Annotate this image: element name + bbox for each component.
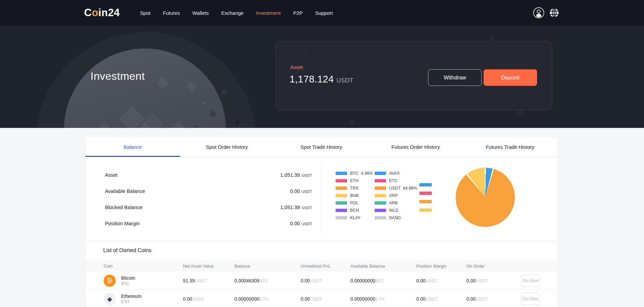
legend-swatch — [336, 201, 347, 205]
owned-coins-header: List of Owned Coins — [85, 240, 557, 261]
tab[interactable]: Futures Trade History — [463, 137, 557, 157]
coin-icon: ₿ — [104, 275, 116, 287]
balance-section: Asset 1,051.39USDT Available Balance 0.0… — [85, 157, 557, 240]
unrealized-pnl-cell: 0.00USDT — [301, 278, 350, 284]
hero-banner: Investment Asset 1,178.124USDT Withdraw … — [0, 26, 644, 128]
topbar-icons — [533, 7, 559, 19]
go-now-button[interactable]: Go Now — [521, 293, 540, 305]
asset-legend: BTC 4.36% ETH TRX — [336, 171, 414, 220]
legend-swatch — [336, 179, 347, 182]
on-order-cell: 0.00USDT — [466, 296, 521, 302]
column-header: Net Asset Value — [183, 264, 234, 269]
net-asset-value-cell: 51.39USDT — [183, 278, 234, 284]
nav-item[interactable]: P2P — [293, 10, 303, 16]
legend-label: USDT — [389, 186, 401, 191]
tab[interactable]: Spot Trade History — [274, 137, 369, 157]
legend-item: ETH — [336, 178, 375, 183]
mini-legend-bar — [419, 200, 432, 203]
mini-legend — [419, 183, 432, 212]
net-asset-value-cell: 0.00USDT — [183, 296, 234, 302]
legend-swatch — [336, 209, 347, 212]
logo-coin-o-icon: o — [92, 7, 98, 19]
user-icon[interactable] — [533, 7, 544, 19]
asset-card-value: 1,178.124USDT — [290, 74, 353, 85]
nav-item[interactable]: Investment — [256, 10, 280, 16]
legend-label: ARB — [389, 201, 398, 205]
legend-swatch — [375, 172, 386, 175]
logo-rest: in24 — [98, 7, 120, 19]
mini-legend-bar — [419, 183, 432, 186]
balance-row-value: 0.00USDT — [290, 188, 312, 194]
mini-legend-bar — [419, 208, 432, 212]
coin-icon: ◆ — [104, 293, 116, 305]
legend-label: BNB — [350, 193, 359, 198]
coin-name: Ethereum — [121, 294, 142, 299]
legend-label: WLD — [389, 208, 399, 213]
coin-names: Ethereum ETH — [121, 294, 142, 304]
tab[interactable]: Futures Order History — [369, 137, 463, 157]
table-row: ₿ Bitcoin BTC 51.39USDT 0.00046309BTC 0.… — [85, 272, 557, 290]
balance-row-label: Blocked Balance — [105, 204, 143, 210]
balance-rows: Asset 1,051.39USDT Available Balance 0.0… — [105, 169, 312, 229]
legend-percent: 4.36% — [361, 171, 373, 176]
legend-label: TRX — [350, 186, 358, 191]
globe-icon[interactable] — [550, 8, 559, 18]
deposit-button[interactable]: Deposit — [484, 69, 537, 86]
mini-legend-bar — [419, 192, 432, 195]
tab[interactable]: Balance — [85, 137, 180, 157]
legend-item: ETC — [375, 178, 414, 183]
legend-label: BCH — [350, 208, 359, 213]
asset-card-label: Asset — [290, 64, 303, 70]
balance-row: Blocked Balance 1,051.39USDT — [105, 201, 312, 213]
nav-item[interactable]: Futures — [163, 10, 180, 16]
brand-logo[interactable]: Coin24 — [84, 7, 120, 19]
go-now-button[interactable]: Go Now — [521, 275, 540, 287]
legend-label: SAND — [389, 215, 401, 220]
coin-cell: ₿ Bitcoin BTC — [104, 275, 183, 287]
balance-row: Position Margin 0.00USDT — [105, 217, 312, 229]
legend-item: XRP — [375, 193, 414, 198]
position-margin-cell: 0.00USDT — [416, 296, 466, 302]
legend-percent: 84.88% — [403, 186, 417, 191]
nav-item[interactable]: Wallets — [192, 10, 209, 16]
coin-symbol: BTC — [121, 281, 135, 286]
coin-names: Bitcoin BTC — [121, 275, 135, 286]
available-balance-cell: 0.00000000ETH — [350, 296, 416, 302]
legend-column-1: BTC 4.36% ETH TRX — [336, 171, 375, 220]
nav-item[interactable]: Exchange — [221, 10, 244, 16]
column-header: On Order — [466, 264, 521, 269]
asset-unit: USDT — [337, 77, 353, 84]
balance-cell: 0.00000000ETH — [234, 296, 301, 302]
legend-item: POL — [336, 201, 375, 205]
legend-label: ETH — [350, 178, 358, 183]
unrealized-pnl-cell: 0.00USDT — [301, 296, 350, 302]
legend-item: BNB — [336, 193, 375, 198]
balance-row-value: 1,051.39USDT — [280, 204, 312, 210]
withdraw-button[interactable]: Withdraw — [428, 69, 482, 86]
on-order-cell: 0.00USDT — [466, 278, 521, 284]
tab[interactable]: Spot Order History — [180, 137, 274, 157]
coin-cell: ◆ Ethereum ETH — [104, 293, 183, 305]
coins-table-body: ₿ Bitcoin BTC 51.39USDT 0.00046309BTC 0.… — [85, 272, 557, 307]
legend-swatch — [375, 201, 386, 205]
action-cell: Go Now — [521, 293, 557, 305]
column-header: Coin — [104, 264, 183, 269]
page-title: Investment — [90, 70, 145, 82]
legend-label: ETC — [389, 178, 397, 183]
legend-column-2: AVAX ETC USDT 84.88% — [375, 171, 414, 220]
legend-label: KLAY — [350, 215, 361, 220]
nav-item[interactable]: Spot — [140, 10, 150, 16]
legend-label: POL — [350, 201, 358, 205]
coin-glyph-icon: ◆ — [107, 295, 112, 303]
balance-row-label: Asset — [105, 172, 118, 178]
nav-item[interactable]: Support — [315, 10, 333, 16]
column-header: Unrealized PnL — [301, 264, 350, 269]
balance-cell: 0.00046309BTC — [234, 278, 301, 284]
legend-item: SAND — [375, 215, 414, 220]
balance-row-value: 0.00USDT — [290, 220, 312, 226]
legend-item: USDT 84.88% — [375, 186, 414, 191]
legend-swatch — [336, 216, 347, 219]
wallet-panel: BalanceSpot Order HistorySpot Trade Hist… — [85, 137, 557, 307]
coin-name: Bitcoin — [121, 275, 135, 281]
content-area: BalanceSpot Order HistorySpot Trade Hist… — [0, 128, 644, 307]
